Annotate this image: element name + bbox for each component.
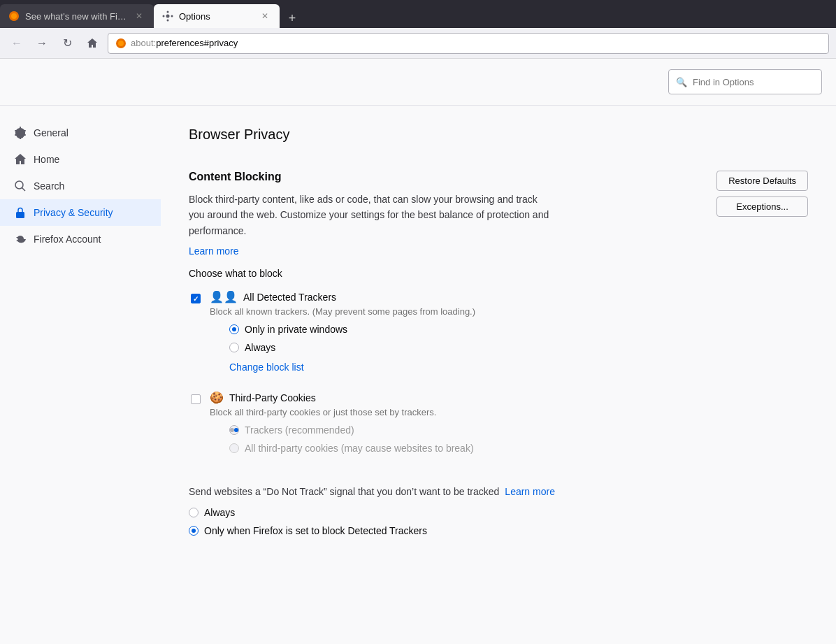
address-path: preferences#privacy [156,38,238,48]
svg-point-4 [167,20,169,22]
dnt-always-label: Always [204,507,235,518]
page-title: Browser Privacy [189,127,808,143]
sidebar-item-search-label: Search [34,180,64,192]
address-text: about:preferences#privacy [131,38,821,48]
all-trackers-always-label: Always [245,342,275,353]
reload-button[interactable]: ↻ [57,34,77,53]
tab-firefox-news-title: See what's new with Firefox [25,11,127,22]
restore-defaults-button[interactable]: Restore Defaults [716,171,808,191]
cookies-trackers-label: Trackers (recommended) [245,424,354,436]
svg-rect-11 [16,212,24,218]
content-blocking-description: Block third-party content, like ads or c… [189,192,552,238]
sidebar-item-privacy[interactable]: Privacy & Security [0,199,161,226]
content-area: Browser Privacy Content Blocking Block t… [161,106,836,644]
firefox-tab-icon [8,10,20,22]
exceptions-button[interactable]: Exceptions... [716,196,808,217]
content-blocking-learn-more[interactable]: Learn more [189,245,239,257]
tab-options[interactable]: Options ✕ [154,4,280,28]
svg-point-3 [167,11,169,13]
sidebar-item-account[interactable]: Firefox Account [0,226,161,252]
tab-firefox-news[interactable]: See what's new with Firefox ✕ [0,4,154,28]
radio-always[interactable] [229,343,239,352]
sync-icon [14,233,27,245]
dnt-learn-more[interactable]: Learn more [505,486,555,497]
find-options-input[interactable] [693,77,814,87]
sidebar-item-account-label: Firefox Account [34,234,101,245]
all-trackers-private-label: Only in private windows [245,324,347,335]
third-party-cookies-block: 🍪 Third-Party Cookies Block all third-pa… [189,391,808,454]
radio-dnt-when-blocking[interactable] [189,526,199,536]
choose-label: Choose what to block [189,268,808,279]
svg-point-2 [166,15,170,18]
tab-options-title: Options [179,11,253,22]
all-trackers-block: 👤👤 All Detected Trackers Block all known… [189,290,808,373]
new-tab-button[interactable]: + [282,8,302,28]
all-trackers-option-private[interactable]: Only in private windows [229,324,808,335]
home-button[interactable] [82,34,102,53]
content-blocking-title: Content Blocking [189,171,559,183]
search-sidebar-icon [14,180,27,192]
third-party-cookies-checkbox-wrapper[interactable] [189,392,203,406]
svg-line-10 [22,188,26,192]
gear-icon [14,127,27,139]
lock-icon [14,206,27,219]
tab-firefox-news-close[interactable]: ✕ [133,10,145,22]
find-bar-container: 🔍 [0,59,836,106]
all-trackers-checkbox-wrapper[interactable] [189,292,203,306]
sidebar-item-search[interactable]: Search [0,173,161,199]
cookies-all-label: All third-party cookies (may cause websi… [245,443,474,454]
cookies-option-all[interactable]: All third-party cookies (may cause websi… [229,443,808,454]
sidebar-item-home-label: Home [34,154,59,165]
tab-options-close[interactable]: ✕ [259,10,271,22]
find-input-wrapper[interactable]: 🔍 [668,69,822,94]
cookie-icon: 🍪 [210,391,224,404]
third-party-cookies-options: Trackers (recommended) All third-party c… [229,424,808,454]
dnt-option-always[interactable]: Always [189,507,808,518]
radio-cookies-trackers[interactable] [229,425,239,435]
radio-dnt-always[interactable] [189,508,199,517]
forward-button[interactable]: → [32,34,52,53]
svg-point-1 [11,13,17,19]
sidebar: General Home Search [0,106,161,644]
svg-point-8 [118,41,124,46]
address-bar[interactable]: about:preferences#privacy [108,33,829,54]
radio-cookies-all[interactable] [229,443,239,453]
home-icon [14,153,27,166]
back-button[interactable]: ← [7,34,27,53]
svg-point-5 [163,15,165,17]
firefox-logo-icon [115,38,127,49]
svg-point-9 [15,181,23,189]
search-icon: 🔍 [676,77,687,87]
address-protocol: about: [131,38,156,48]
all-trackers-checkbox[interactable] [191,294,201,303]
sidebar-item-general[interactable]: General [0,120,161,146]
sidebar-item-privacy-label: Privacy & Security [34,207,113,218]
third-party-cookies-checkbox[interactable] [191,394,201,404]
all-trackers-options: Only in private windows Always [229,324,808,353]
options-tab-icon [162,10,173,22]
content-blocking-section: Content Blocking Block third-party conte… [189,159,808,469]
tracker-icon: 👤👤 [210,290,238,303]
dnt-options: Always Only when Firefox is set to block… [189,507,808,536]
third-party-cookies-description: Block all third-party cookies or just th… [210,407,808,417]
content-blocking-buttons: Restore Defaults Exceptions... [716,171,808,217]
svg-point-6 [171,15,173,17]
all-trackers-option-always[interactable]: Always [229,342,808,353]
sidebar-item-home[interactable]: Home [0,146,161,173]
third-party-cookies-label: Third-Party Cookies [229,392,316,403]
cookies-option-trackers[interactable]: Trackers (recommended) [229,424,808,436]
dnt-text: Send websites a “Do Not Track” signal th… [189,486,499,497]
dnt-option-when-blocking[interactable]: Only when Firefox is set to block Detect… [189,525,808,536]
all-trackers-description: Block all known trackers. (May prevent s… [210,306,808,317]
radio-private-windows[interactable] [229,324,239,334]
change-block-list-link[interactable]: Change block list [229,362,304,373]
sidebar-item-general-label: General [34,127,69,138]
dnt-when-blocking-label: Only when Firefox is set to block Detect… [204,525,427,536]
dnt-section: Send websites a “Do Not Track” signal th… [189,486,808,536]
all-trackers-label: All Detected Trackers [243,292,336,303]
